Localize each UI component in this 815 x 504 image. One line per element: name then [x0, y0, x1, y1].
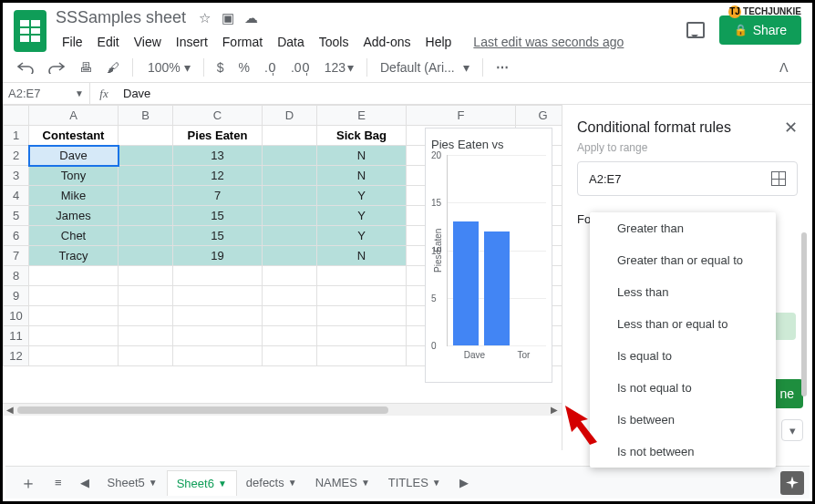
sidebar-scrollbar[interactable]: [801, 232, 807, 414]
cell[interactable]: [263, 166, 317, 186]
cell[interactable]: [119, 266, 173, 286]
increase-decimal-button[interactable]: .00̩: [285, 57, 315, 78]
cell[interactable]: [29, 306, 119, 326]
share-button[interactable]: 🔒Share: [719, 15, 801, 45]
spreadsheet-grid[interactable]: A B C D E F G 1 Contestant Pies Eaten Si…: [3, 105, 562, 450]
cell[interactable]: 7: [173, 186, 263, 206]
cell[interactable]: [263, 246, 317, 266]
row-header[interactable]: 12: [4, 346, 29, 366]
scroll-thumb[interactable]: [801, 232, 807, 396]
format-rule-option[interactable]: Greater than or equal to: [590, 244, 776, 276]
formula-input[interactable]: Dave: [118, 83, 812, 104]
cell[interactable]: [317, 266, 407, 286]
cell[interactable]: Tony: [29, 166, 119, 186]
cell[interactable]: [173, 286, 263, 306]
cell[interactable]: [119, 186, 173, 206]
paint-format-button[interactable]: 🖌: [101, 57, 125, 78]
cell[interactable]: [29, 346, 119, 366]
cell[interactable]: [263, 186, 317, 206]
row-header[interactable]: 9: [4, 286, 29, 306]
menu-format[interactable]: Format: [216, 31, 269, 53]
cell[interactable]: [173, 346, 263, 366]
menu-view[interactable]: View: [128, 31, 168, 53]
format-rule-option[interactable]: Less than: [590, 276, 776, 308]
scroll-left-button[interactable]: ◀: [3, 405, 17, 415]
format-rule-option[interactable]: Greater than: [590, 212, 776, 244]
select-all-corner[interactable]: [4, 106, 29, 126]
cell[interactable]: Contestant: [29, 126, 119, 146]
cell[interactable]: [29, 326, 119, 346]
cell[interactable]: Dave: [29, 146, 119, 166]
cell[interactable]: Y: [317, 206, 407, 226]
tabs-scroll-left[interactable]: ◀: [71, 470, 98, 495]
cell[interactable]: [119, 146, 173, 166]
row-header[interactable]: 3: [4, 166, 29, 186]
menu-edit[interactable]: Edit: [91, 31, 126, 53]
cell[interactable]: Mike: [29, 186, 119, 206]
cell[interactable]: [263, 346, 317, 366]
zoom-select[interactable]: 100% ▾: [140, 57, 196, 78]
range-input[interactable]: A2:E7: [577, 161, 798, 196]
tabs-scroll-right[interactable]: ▶: [450, 470, 478, 495]
embedded-chart[interactable]: Pies Eaten vs Pies Eaten 05101520 DaveTo…: [425, 128, 552, 383]
star-icon[interactable]: ☆: [199, 10, 211, 26]
move-icon[interactable]: ▣: [222, 10, 234, 26]
scroll-thumb[interactable]: [17, 406, 388, 414]
format-rule-option[interactable]: Is equal to: [590, 340, 776, 372]
cell[interactable]: [263, 286, 317, 306]
row-header[interactable]: 5: [4, 206, 29, 226]
close-icon[interactable]: ✕: [784, 118, 798, 138]
col-header[interactable]: G: [516, 106, 562, 126]
cell[interactable]: [173, 266, 263, 286]
cell[interactable]: [29, 266, 119, 286]
col-header[interactable]: E: [317, 106, 407, 126]
row-header[interactable]: 7: [4, 246, 29, 266]
cell[interactable]: [317, 286, 407, 306]
cell[interactable]: [119, 166, 173, 186]
cell[interactable]: [263, 146, 317, 166]
cell[interactable]: [119, 306, 173, 326]
format-rule-option[interactable]: Is not equal to: [590, 372, 776, 404]
cell[interactable]: [263, 306, 317, 326]
menu-insert[interactable]: Insert: [170, 31, 214, 53]
row-header[interactable]: 2: [4, 146, 29, 166]
cell[interactable]: Chet: [29, 226, 119, 246]
row-header[interactable]: 1: [4, 126, 29, 146]
menu-help[interactable]: Help: [419, 31, 459, 53]
cell[interactable]: [263, 226, 317, 246]
cell[interactable]: [317, 326, 407, 346]
row-header[interactable]: 6: [4, 226, 29, 246]
select-range-icon[interactable]: [771, 171, 786, 186]
currency-button[interactable]: $: [211, 57, 230, 78]
cell[interactable]: 19: [173, 246, 263, 266]
row-header[interactable]: 8: [4, 266, 29, 286]
scroll-right-button[interactable]: ▶: [547, 405, 562, 415]
cell[interactable]: Pies Eaten: [173, 126, 263, 146]
name-box[interactable]: A2:E7▼: [3, 83, 90, 104]
add-rule-dropdown[interactable]: ▾: [781, 419, 803, 441]
format-rule-option[interactable]: Is between: [590, 404, 776, 436]
explore-button[interactable]: [780, 471, 804, 495]
cell[interactable]: [29, 286, 119, 306]
col-header[interactable]: F: [407, 106, 516, 126]
doc-title[interactable]: SSSamples sheet: [56, 8, 186, 27]
row-header[interactable]: 4: [4, 186, 29, 206]
all-sheets-button[interactable]: ≡: [46, 470, 71, 495]
comments-icon[interactable]: [686, 22, 705, 38]
sheet-tab[interactable]: TITLES▼: [379, 470, 450, 496]
number-format-select[interactable]: 123 ▾: [319, 57, 359, 78]
menu-addons[interactable]: Add-ons: [356, 31, 417, 53]
col-header[interactable]: A: [29, 106, 119, 126]
last-edit-link[interactable]: Last edit was seconds ago: [467, 31, 630, 53]
format-rule-option[interactable]: Is not between: [590, 436, 776, 468]
redo-button[interactable]: [43, 57, 70, 77]
cell[interactable]: [317, 306, 407, 326]
col-header[interactable]: C: [173, 106, 263, 126]
cell[interactable]: Y: [317, 186, 407, 206]
collapse-toolbar-button[interactable]: ᐱ: [774, 57, 794, 78]
cell[interactable]: James: [29, 206, 119, 226]
row-header[interactable]: 10: [4, 306, 29, 326]
cell[interactable]: 13: [173, 146, 263, 166]
menu-file[interactable]: File: [56, 31, 89, 53]
row-header[interactable]: 11: [4, 326, 29, 346]
